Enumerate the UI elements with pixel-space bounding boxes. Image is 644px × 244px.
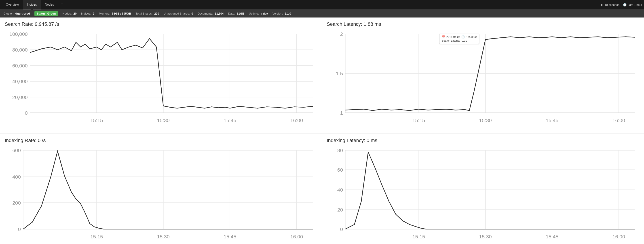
charts-grid: Search Rate: 9,945.87 /s 100,000 80,000 … xyxy=(0,18,644,244)
search-latency-title: Search Latency: 1.88 ms xyxy=(327,21,640,27)
timerange-control[interactable]: 🕐 Last 1 hour xyxy=(623,3,642,7)
data-info: Data: 31GB xyxy=(228,12,244,15)
status-badge: Status: Green xyxy=(34,11,58,16)
svg-text:15:15: 15:15 xyxy=(412,234,425,239)
memory-info: Memory: 53GB / 595GB xyxy=(99,12,131,15)
unassigned-info: Unassigned Shards: 0 xyxy=(164,12,193,15)
indices-info: Indices: 2 xyxy=(81,12,94,15)
tab-indices[interactable]: Indices xyxy=(23,0,41,10)
svg-text:80: 80 xyxy=(337,148,343,153)
search-rate-chart: 100,000 80,000 60,000 40,000 20,000 0 15… xyxy=(5,29,318,131)
version-info: Version: 2.1.0 xyxy=(272,12,291,15)
svg-text:400: 400 xyxy=(12,174,21,180)
svg-text:0: 0 xyxy=(25,110,28,116)
indexing-latency-chart: 80 60 40 20 0 15:15 15:30 15:45 16:00 xyxy=(327,146,640,244)
svg-text:40,000: 40,000 xyxy=(12,78,28,84)
top-navigation: Overview Indices Nodes ⊞ ⏸ 10 seconds 🕐 … xyxy=(0,0,644,10)
total-shards-info: Total Shards: 220 xyxy=(136,12,159,15)
svg-text:80,000: 80,000 xyxy=(12,47,28,53)
nodes-info: Nodes: 20 xyxy=(62,12,76,15)
svg-text:100,000: 100,000 xyxy=(10,31,28,37)
svg-text:60: 60 xyxy=(337,167,343,173)
svg-text:40: 40 xyxy=(337,187,343,193)
clock-icon: 🕐 xyxy=(623,3,626,7)
status-bar: Cluster: dgsrt-prod Status: Green Nodes:… xyxy=(0,10,644,18)
svg-text:2: 2 xyxy=(340,31,343,37)
svg-text:15:45: 15:45 xyxy=(224,234,236,239)
svg-text:15:30: 15:30 xyxy=(479,117,492,123)
indexing-rate-title: Indexing Rate: 0 /s xyxy=(5,138,318,143)
search-rate-title: Search Rate: 9,945.87 /s xyxy=(5,21,318,27)
svg-text:15:45: 15:45 xyxy=(546,117,558,123)
documents-info: Documents: 11,304 xyxy=(198,12,224,15)
refresh-interval: 10 seconds xyxy=(604,3,620,7)
svg-text:15:45: 15:45 xyxy=(224,117,236,123)
indexing-latency-title: Indexing Latency: 0 ms xyxy=(327,138,640,143)
indexing-rate-chart: 600 400 200 0 15:15 15:30 15:45 16:00 xyxy=(5,146,318,244)
svg-text:200: 200 xyxy=(12,200,21,206)
svg-text:16:00: 16:00 xyxy=(290,117,303,123)
cluster-label: Cluster: dgsrt-prod xyxy=(4,12,30,15)
pause-icon: ⏸ xyxy=(600,3,603,7)
timerange-label: Last 1 hour xyxy=(628,3,642,7)
svg-text:15:15: 15:15 xyxy=(90,117,103,123)
search-latency-chart: 2 1.5 1 15:15 15:30 15:45 16:00 📅 xyxy=(327,29,640,131)
indexing-latency-panel: Indexing Latency: 0 ms 80 60 40 20 0 xyxy=(322,134,644,244)
search-rate-panel: Search Rate: 9,945.87 /s 100,000 80,000 … xyxy=(0,18,322,134)
svg-text:1: 1 xyxy=(340,110,343,116)
search-latency-panel: Search Latency: 1.88 ms 2 1.5 1 15:15 15… xyxy=(322,18,644,134)
svg-text:15:30: 15:30 xyxy=(479,234,492,239)
tab-nodes[interactable]: Nodes xyxy=(41,0,58,10)
svg-text:600: 600 xyxy=(12,148,21,153)
svg-text:0: 0 xyxy=(18,226,21,232)
svg-text:20,000: 20,000 xyxy=(12,94,28,100)
svg-text:16:00: 16:00 xyxy=(612,234,625,239)
indexing-rate-panel: Indexing Rate: 0 /s 600 400 200 0 15:15 xyxy=(0,134,322,244)
svg-text:16:00: 16:00 xyxy=(290,234,303,239)
svg-text:60,000: 60,000 xyxy=(12,63,28,69)
uptime-info: Uptime: a day xyxy=(249,12,268,15)
svg-text:20: 20 xyxy=(337,207,343,213)
svg-text:16:00: 16:00 xyxy=(612,117,625,123)
svg-text:15:15: 15:15 xyxy=(412,117,425,123)
refresh-control[interactable]: ⏸ 10 seconds xyxy=(600,3,620,7)
svg-text:15:45: 15:45 xyxy=(546,234,558,239)
svg-text:0: 0 xyxy=(340,226,343,232)
nav-controls: ⏸ 10 seconds 🕐 Last 1 hour xyxy=(600,0,642,10)
svg-text:1.5: 1.5 xyxy=(336,71,343,76)
svg-text:15:30: 15:30 xyxy=(157,117,170,123)
svg-text:15:30: 15:30 xyxy=(157,234,170,239)
grid-icon[interactable]: ⊞ xyxy=(58,0,66,10)
tab-overview[interactable]: Overview xyxy=(2,0,23,10)
svg-text:15:15: 15:15 xyxy=(90,234,103,239)
